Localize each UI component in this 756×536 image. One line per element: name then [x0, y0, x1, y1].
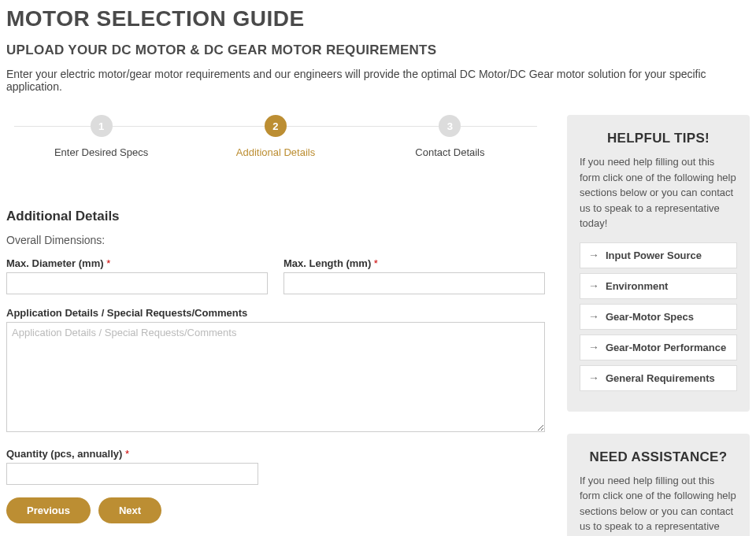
arrow-right-icon: →	[588, 250, 599, 261]
arrow-right-icon: →	[588, 372, 599, 383]
previous-button[interactable]: Previous	[6, 497, 91, 523]
tip-label: General Requirements	[606, 372, 715, 384]
step-1[interactable]: 1 Enter Desired Specs	[14, 115, 188, 158]
section-title-additional-details: Additional Details	[6, 209, 545, 224]
max-length-label-text: Max. Length (mm)	[284, 257, 371, 269]
tip-item-environment[interactable]: → Environment	[580, 273, 737, 299]
next-button[interactable]: Next	[98, 497, 161, 523]
step-circle-2: 2	[265, 115, 287, 137]
tip-label: Input Power Source	[606, 250, 702, 261]
step-3[interactable]: 3 Contact Details	[363, 115, 537, 158]
arrow-right-icon: →	[588, 280, 599, 291]
arrow-right-icon: →	[588, 311, 599, 322]
step-circle-3: 3	[439, 115, 461, 137]
max-diameter-input[interactable]	[6, 272, 268, 294]
need-assistance-desc: If you need help filling out this form c…	[580, 473, 737, 537]
tip-item-general-requirements[interactable]: → General Requirements	[580, 365, 737, 391]
app-details-textarea[interactable]	[6, 322, 545, 432]
helpful-tips-desc: If you need help filling out this form c…	[580, 154, 737, 231]
step-label-2: Additional Details	[236, 146, 315, 158]
required-star: *	[374, 257, 378, 269]
step-2[interactable]: 2 Additional Details	[188, 115, 362, 158]
helpful-tips-box: HELPFUL TIPS! If you need help filling o…	[567, 115, 750, 412]
quantity-label-text: Quantity (pcs, annually)	[6, 448, 122, 460]
max-length-input[interactable]	[284, 272, 545, 294]
step-circle-1: 1	[91, 115, 113, 137]
overall-dimensions-label: Overall Dimensions:	[6, 234, 545, 246]
quantity-label: Quantity (pcs, annually) *	[6, 448, 258, 460]
need-assistance-title: NEED ASSISTANCE?	[580, 449, 737, 465]
tip-item-gear-motor-specs[interactable]: → Gear-Motor Specs	[580, 304, 737, 330]
need-assistance-box: NEED ASSISTANCE? If you need help fillin…	[567, 434, 750, 537]
tip-item-gear-motor-performance[interactable]: → Gear-Motor Performance	[580, 335, 737, 360]
max-length-label: Max. Length (mm) *	[284, 257, 545, 269]
max-diameter-label: Max. Diameter (mm) *	[6, 257, 268, 269]
max-diameter-label-text: Max. Diameter (mm)	[6, 257, 104, 269]
required-star: *	[106, 257, 110, 269]
step-label-1: Enter Desired Specs	[54, 146, 148, 158]
step-label-3: Contact Details	[415, 146, 484, 158]
page-subtitle: UPLOAD YOUR DC MOTOR & DC GEAR MOTOR REQ…	[6, 43, 750, 58]
helpful-tips-title: HELPFUL TIPS!	[580, 131, 737, 146]
tip-label: Gear-Motor Specs	[606, 311, 694, 323]
tip-label: Gear-Motor Performance	[606, 342, 726, 353]
arrow-right-icon: →	[588, 342, 599, 353]
stepper: 1 Enter Desired Specs 2 Additional Detai…	[6, 115, 545, 190]
tip-item-input-power[interactable]: → Input Power Source	[580, 242, 737, 268]
quantity-input[interactable]	[6, 463, 258, 485]
tip-label: Environment	[606, 280, 668, 292]
page-intro: Enter your electric motor/gear motor req…	[6, 68, 750, 93]
page-title: MOTOR SELECTION GUIDE	[6, 6, 750, 31]
app-details-label: Application Details / Special Requests/C…	[6, 307, 545, 319]
tip-list: → Input Power Source → Environment → Gea…	[580, 242, 737, 391]
required-star: *	[125, 448, 129, 460]
